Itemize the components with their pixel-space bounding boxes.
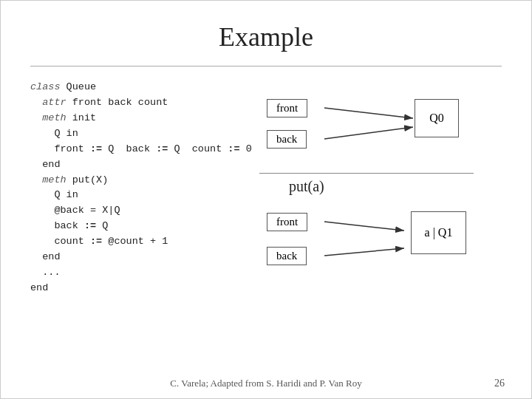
slide: Example class Queue attr front back coun… xyxy=(0,0,532,399)
diagram-q1: front back a | Q1 xyxy=(259,202,474,284)
diagram-q0: front back Q0 xyxy=(259,86,474,167)
q1-box: a | Q1 xyxy=(411,211,466,254)
slide-title: Example xyxy=(219,22,313,52)
title-area: Example xyxy=(30,1,502,66)
q0-front-label: front xyxy=(267,99,307,117)
q0-back-label: back xyxy=(267,130,307,149)
q1-back-label: back xyxy=(267,247,307,265)
divider-line xyxy=(259,173,474,174)
q0-box: Q0 xyxy=(415,99,459,137)
content-area: class Queue attr front back count meth i… xyxy=(1,66,531,296)
page-number: 26 xyxy=(494,378,505,389)
footer-citation: C. Varela; Adapted from S. Haridi and P.… xyxy=(170,378,362,389)
svg-line-5 xyxy=(324,248,404,256)
svg-line-2 xyxy=(324,127,413,139)
svg-line-1 xyxy=(324,108,413,118)
q1-front-label: front xyxy=(267,213,307,231)
code-block: class Queue attr front back count meth i… xyxy=(30,80,245,296)
svg-line-4 xyxy=(324,222,404,231)
put-a-label: put(a) xyxy=(289,178,509,195)
diagrams-area: front back Q0 xyxy=(259,80,509,296)
footer: C. Varela; Adapted from S. Haridi and P.… xyxy=(1,378,531,389)
